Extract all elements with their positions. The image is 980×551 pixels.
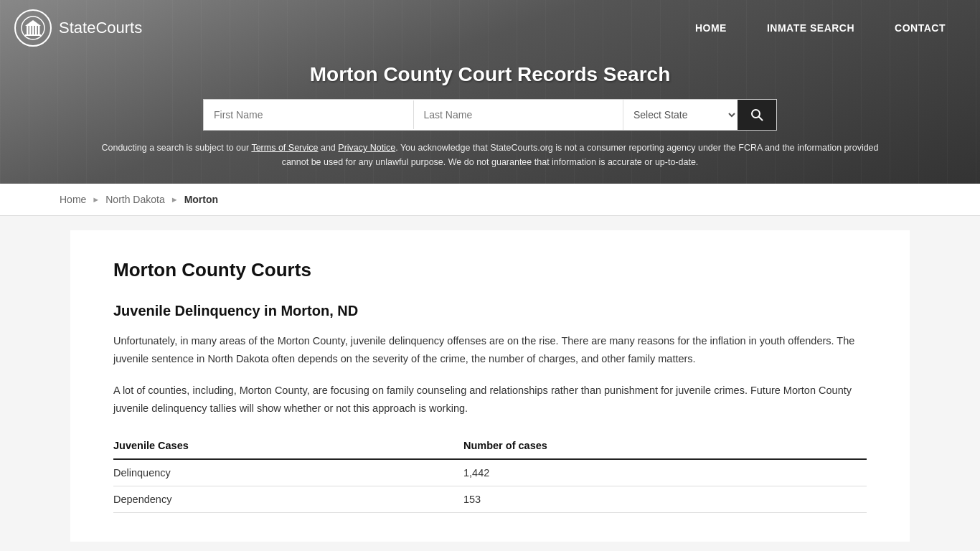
page-title: Morton County Court Records Search — [14, 63, 966, 86]
svg-rect-6 — [25, 34, 41, 36]
svg-marker-7 — [25, 20, 41, 26]
breadcrumb-sep-1: ► — [92, 195, 100, 204]
col2-header: Number of cases — [455, 433, 867, 459]
nav-contact[interactable]: CONTACT — [875, 2, 966, 54]
case-count: 1,442 — [455, 459, 867, 486]
disclaimer: Conducting a search is subject to our Te… — [95, 141, 885, 169]
case-type: Dependency — [113, 486, 455, 512]
svg-line-9 — [759, 117, 763, 121]
content-card: Morton County Courts Juvenile Delinquenc… — [70, 230, 910, 542]
breadcrumb-home[interactable]: Home — [60, 194, 86, 205]
first-name-input[interactable] — [204, 100, 413, 129]
case-type: Delinquency — [113, 459, 455, 486]
paragraph2: A lot of counties, including, Morton Cou… — [113, 382, 867, 418]
section1-heading: Juvenile Delinquency in Morton, ND — [113, 303, 867, 319]
logo-svg — [21, 16, 45, 40]
juvenile-table: Juvenile Cases Number of cases Delinquen… — [113, 433, 867, 513]
header: StateCourts HOME INMATE SEARCH CONTACT M… — [0, 0, 980, 184]
logo-link[interactable]: StateCourts — [14, 9, 142, 47]
logo-icon — [14, 9, 52, 47]
search-bar: Select State Alabama Alaska Arizona Arka… — [203, 99, 777, 131]
svg-rect-3 — [32, 26, 34, 34]
nav-home[interactable]: HOME — [675, 2, 747, 54]
header-content: StateCourts HOME INMATE SEARCH CONTACT M… — [0, 0, 980, 184]
last-name-input[interactable] — [413, 100, 623, 129]
svg-rect-1 — [27, 26, 29, 34]
nav-inmate-search[interactable]: INMATE SEARCH — [747, 2, 875, 54]
terms-link[interactable]: Terms of Service — [251, 143, 318, 153]
breadcrumb: Home ► North Dakota ► Morton — [0, 184, 980, 216]
breadcrumb-inner: Home ► North Dakota ► Morton — [60, 194, 920, 205]
table-row: Delinquency1,442 — [113, 459, 867, 486]
case-count: 153 — [455, 486, 867, 512]
col1-header: Juvenile Cases — [113, 433, 455, 459]
paragraph1: Unfortunately, in many areas of the Mort… — [113, 332, 867, 369]
svg-rect-2 — [29, 26, 32, 34]
search-section: Morton County Court Records Search Selec… — [0, 56, 980, 184]
table-row: Dependency153 — [113, 486, 867, 512]
nav-links: HOME INMATE SEARCH CONTACT — [675, 2, 966, 54]
search-button[interactable] — [738, 100, 776, 130]
table-head: Juvenile Cases Number of cases — [113, 433, 867, 459]
table-header-row: Juvenile Cases Number of cases — [113, 433, 867, 459]
breadcrumb-state[interactable]: North Dakota — [105, 194, 164, 205]
content-title: Morton County Courts — [113, 259, 867, 281]
state-select[interactable]: Select State Alabama Alaska Arizona Arka… — [623, 100, 738, 130]
svg-rect-5 — [38, 26, 40, 34]
breadcrumb-sep-2: ► — [171, 195, 179, 204]
logo-text: StateCourts — [59, 19, 142, 37]
privacy-link[interactable]: Privacy Notice — [338, 143, 395, 153]
svg-rect-4 — [35, 26, 37, 34]
nav-bar: StateCourts HOME INMATE SEARCH CONTACT — [0, 0, 980, 56]
main-wrapper: Morton County Courts Juvenile Delinquenc… — [60, 216, 920, 551]
search-icon — [750, 108, 763, 121]
table-body: Delinquency1,442Dependency153 — [113, 459, 867, 513]
breadcrumb-current: Morton — [184, 194, 218, 205]
